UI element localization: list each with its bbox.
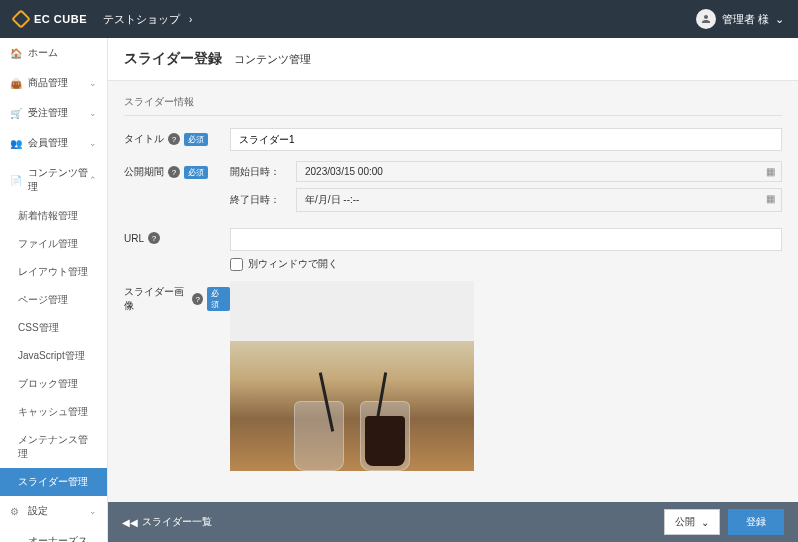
sidebar-item-content[interactable]: 📄コンテンツ管理⌃ — [0, 158, 107, 202]
sidebar-sub-slider[interactable]: スライダー管理 — [0, 468, 107, 496]
calendar-icon: ▦ — [766, 166, 775, 177]
sidebar-item-store[interactable]: 🏪オーナーズストア⌄ — [0, 526, 107, 542]
brand-logo[interactable]: EC CUBE — [14, 12, 87, 26]
file-icon: 📄 — [10, 175, 22, 186]
required-badge: 必須 — [184, 166, 208, 179]
submit-button[interactable]: 登録 — [728, 509, 784, 535]
page-title: スライダー登録 コンテンツ管理 — [124, 50, 782, 68]
page-header: スライダー登録 コンテンツ管理 — [108, 38, 798, 81]
sidebar: 🏠ホーム 👜商品管理⌄ 🛒受注管理⌄ 👥会員管理⌄ 📄コンテンツ管理⌃ 新着情報… — [0, 38, 108, 542]
slider-image — [230, 341, 474, 471]
publish-select[interactable]: 公開 ⌄ — [664, 509, 720, 535]
back-link[interactable]: ◀◀ スライダー一覧 — [122, 515, 212, 529]
chevron-down-icon: ⌄ — [775, 13, 784, 26]
label-title: タイトル ? 必須 — [124, 128, 230, 146]
glass-illustration — [360, 401, 410, 471]
avatar-icon — [696, 9, 716, 29]
bottom-bar: ◀◀ スライダー一覧 公開 ⌄ 登録 — [108, 502, 798, 542]
glass-illustration — [294, 401, 344, 471]
sidebar-item-home[interactable]: 🏠ホーム — [0, 38, 107, 68]
shop-name-label: テストショップ — [103, 13, 180, 25]
sidebar-sub-maintenance[interactable]: メンテナンス管理 — [0, 426, 107, 468]
image-placeholder-top — [230, 281, 474, 341]
sidebar-sub-file[interactable]: ファイル管理 — [0, 230, 107, 258]
help-icon[interactable]: ? — [192, 293, 203, 305]
cart-icon: 🛒 — [10, 108, 22, 119]
sidebar-item-settings[interactable]: ⚙設定⌄ — [0, 496, 107, 526]
sidebar-sub-block[interactable]: ブロック管理 — [0, 370, 107, 398]
end-date-input[interactable]: 年/月/日 --:--▦ — [296, 188, 782, 212]
form-content: スライダー情報 タイトル ? 必須 公開期間 ? 必須 — [108, 81, 798, 481]
sidebar-item-order[interactable]: 🛒受注管理⌄ — [0, 98, 107, 128]
brand-text: EC CUBE — [34, 13, 87, 25]
help-icon[interactable]: ? — [168, 133, 180, 145]
sidebar-sub-news[interactable]: 新着情報管理 — [0, 202, 107, 230]
sidebar-sub-cache[interactable]: キャッシュ管理 — [0, 398, 107, 426]
image-preview — [230, 281, 474, 471]
required-badge: 必須 — [184, 133, 208, 146]
top-bar: EC CUBE テストショップ › 管理者 様 ⌄ — [0, 0, 798, 38]
url-input[interactable] — [230, 228, 782, 251]
required-badge: 必須 — [207, 287, 230, 311]
title-input[interactable] — [230, 128, 782, 151]
end-date-label: 終了日時： — [230, 193, 284, 207]
label-publish: 公開期間 ? 必須 — [124, 161, 230, 179]
user-menu[interactable]: 管理者 様 ⌄ — [696, 9, 784, 29]
start-date-label: 開始日時： — [230, 165, 284, 179]
shop-selector[interactable]: テストショップ › — [103, 12, 192, 27]
chevron-right-icon: › — [189, 14, 192, 25]
start-date-input[interactable]: 2023/03/15 00:00▦ — [296, 161, 782, 182]
sidebar-sub-css[interactable]: CSS管理 — [0, 314, 107, 342]
section-header: スライダー情報 — [124, 95, 782, 116]
users-icon: 👥 — [10, 138, 22, 149]
sidebar-sub-layout[interactable]: レイアウト管理 — [0, 258, 107, 286]
help-icon[interactable]: ? — [148, 232, 160, 244]
logo-icon — [11, 9, 31, 29]
user-name-label: 管理者 様 — [722, 12, 769, 27]
help-icon[interactable]: ? — [168, 166, 180, 178]
label-url: URL ? — [124, 228, 230, 244]
new-window-checkbox[interactable] — [230, 258, 243, 271]
sidebar-sub-js[interactable]: JavaScript管理 — [0, 342, 107, 370]
sidebar-sub-page[interactable]: ページ管理 — [0, 286, 107, 314]
sidebar-item-product[interactable]: 👜商品管理⌄ — [0, 68, 107, 98]
label-image: スライダー画像 ? 必須 — [124, 281, 230, 313]
chevron-down-icon: ⌄ — [701, 517, 709, 528]
calendar-icon: ▦ — [766, 193, 775, 204]
gear-icon: ⚙ — [10, 506, 22, 517]
main-panel: スライダー登録 コンテンツ管理 スライダー情報 タイトル ? 必須 公開期間 — [108, 38, 798, 542]
bag-icon: 👜 — [10, 78, 22, 89]
new-window-label: 別ウィンドウで開く — [248, 257, 338, 271]
home-icon: 🏠 — [10, 48, 22, 59]
sidebar-item-member[interactable]: 👥会員管理⌄ — [0, 128, 107, 158]
double-chevron-left-icon: ◀◀ — [122, 517, 138, 528]
